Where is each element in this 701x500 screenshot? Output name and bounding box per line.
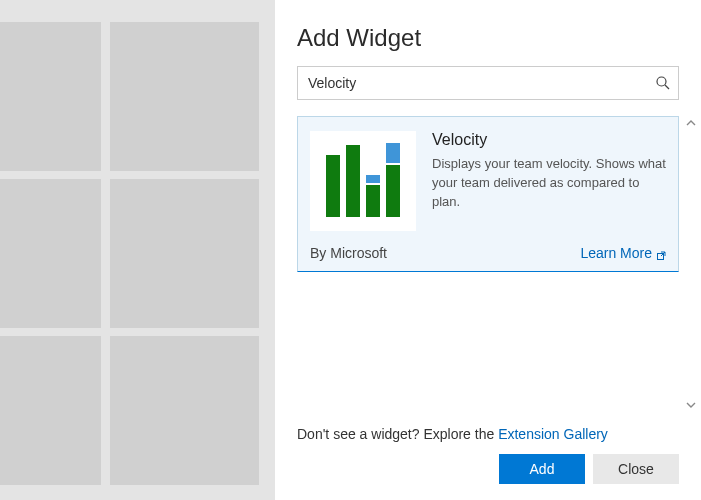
dashboard-tile (110, 179, 259, 328)
dashboard-tile (0, 336, 101, 485)
search-container (297, 66, 679, 100)
extension-gallery-link[interactable]: Extension Gallery (498, 426, 608, 442)
search-input[interactable] (297, 66, 679, 100)
add-widget-panel: Add Widget Velocity Displays your te (275, 0, 701, 500)
dashboard-tile (0, 22, 101, 171)
add-button[interactable]: Add (499, 454, 585, 484)
learn-more-label: Learn More (580, 245, 652, 261)
learn-more-link[interactable]: Learn More (580, 245, 666, 261)
panel-title: Add Widget (297, 24, 679, 52)
dashboard-tile (0, 179, 101, 328)
panel-header: Add Widget (275, 0, 701, 66)
scroll-down-button[interactable] (684, 398, 698, 412)
result-body: Velocity Displays your team velocity. Sh… (432, 131, 666, 231)
dashboard-tile (110, 336, 259, 485)
footer-prompt: Don't see a widget? Explore the Extensio… (297, 426, 679, 442)
result-description: Displays your team velocity. Shows what … (432, 155, 666, 212)
external-link-icon (656, 248, 666, 258)
result-title: Velocity (432, 131, 666, 149)
result-author: By Microsoft (310, 245, 387, 261)
dashboard-tile (110, 22, 259, 171)
panel-footer: Don't see a widget? Explore the Extensio… (275, 412, 701, 500)
results-list: Velocity Displays your team velocity. Sh… (275, 116, 701, 412)
dashboard-background (0, 0, 275, 500)
footer-prompt-text: Don't see a widget? Explore the (297, 426, 498, 442)
close-button[interactable]: Close (593, 454, 679, 484)
widget-result-velocity[interactable]: Velocity Displays your team velocity. Sh… (297, 116, 679, 272)
velocity-chart-icon (310, 131, 416, 231)
scroll-up-button[interactable] (684, 116, 698, 130)
